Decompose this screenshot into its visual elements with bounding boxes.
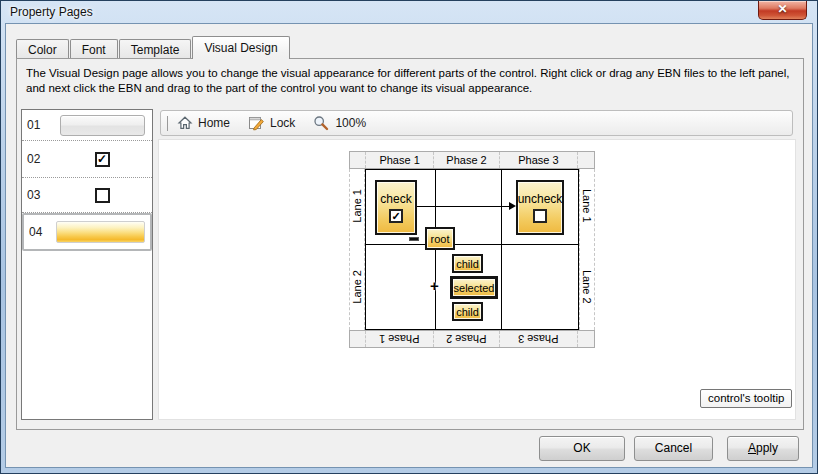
toolbar-grip	[167, 116, 168, 131]
tab-color[interactable]: Color	[16, 39, 69, 59]
lane-1-label-left[interactable]: Lane 1	[350, 169, 364, 243]
lane-2-label-left[interactable]: Lane 2	[350, 243, 364, 330]
phase-footer-bar: Phase 1 Phase 2 Phase 3	[349, 330, 595, 348]
dialog-buttons: OK Cancel Apply	[539, 436, 799, 461]
header-corner	[350, 152, 366, 168]
checked-state-icon[interactable]: ✓	[389, 209, 403, 223]
node-check[interactable]: check ✓	[375, 180, 417, 235]
collapse-icon[interactable]	[409, 237, 419, 241]
ebn-list-item-03[interactable]: 03	[22, 178, 152, 213]
lock-icon	[248, 115, 265, 131]
node-child-label: child	[456, 306, 479, 318]
lock-button[interactable]: Lock	[248, 115, 295, 131]
home-button[interactable]: Home	[177, 115, 230, 131]
right-lane-column: Lane 1 Lane 2	[579, 169, 595, 330]
header-corner	[578, 152, 594, 168]
checkbox-checked-icon[interactable]: ✓	[95, 152, 110, 167]
cancel-button[interactable]: Cancel	[634, 436, 713, 461]
close-button[interactable]: ✕	[758, 1, 807, 20]
window-title: Property Pages	[10, 5, 93, 19]
home-label: Home	[198, 116, 230, 130]
grid-line	[501, 170, 502, 329]
tab-strip: Color Font Template Visual Design	[16, 37, 291, 59]
node-selected[interactable]: selected	[450, 276, 498, 299]
tab-font[interactable]: Font	[70, 39, 118, 59]
footer-corner	[578, 331, 594, 347]
checkbox-unchecked-icon[interactable]	[95, 188, 110, 203]
dialog-content: Color Font Template Visual Design The Vi…	[5, 23, 813, 468]
property-pages-dialog: Property Pages ✕ Color Font Template Vis…	[0, 0, 818, 474]
ebn-list-item-01[interactable]: 01	[22, 110, 152, 141]
node-child-top[interactable]: child	[452, 254, 483, 273]
left-lane-column: Lane 1 Lane 2	[349, 169, 365, 330]
header-phase-3[interactable]: Phase 3	[500, 152, 578, 168]
swimlane-preview: Phase 1 Phase 2 Phase 3 Lane 1 Lane 2 La…	[349, 151, 595, 348]
item-number: 04	[29, 225, 56, 239]
unchecked-state-icon[interactable]	[533, 209, 547, 223]
page-description: The Visual Design page allows you to cha…	[26, 66, 798, 96]
node-selected-label: selected	[454, 282, 495, 294]
header-phase-1[interactable]: Phase 1	[366, 152, 434, 168]
titlebar[interactable]: Property Pages ✕	[1, 1, 817, 23]
zoom-level-label: 100%	[335, 116, 366, 130]
node-root[interactable]: root	[425, 227, 455, 250]
ok-button[interactable]: OK	[539, 436, 625, 461]
zoom-icon	[313, 115, 330, 131]
item-number: 03	[27, 188, 57, 202]
grid-line	[366, 244, 578, 245]
zoom-button[interactable]: 100%	[313, 115, 366, 131]
home-icon	[177, 115, 193, 131]
node-uncheck[interactable]: uncheck	[516, 180, 564, 235]
footer-phase-1[interactable]: Phase 1	[366, 331, 434, 347]
tab-visual-design[interactable]: Visual Design	[192, 36, 289, 59]
node-root-label: root	[431, 233, 450, 245]
link-arrow-line	[417, 206, 511, 207]
control-tooltip: control's tooltip	[700, 389, 792, 408]
tab-template[interactable]: Template	[119, 39, 192, 59]
link-arrow-head	[509, 202, 516, 210]
footer-phase-3[interactable]: Phase 3	[500, 331, 578, 347]
design-canvas[interactable]: Phase 1 Phase 2 Phase 3 Lane 1 Lane 2 La…	[158, 139, 796, 420]
footer-phase-2[interactable]: Phase 2	[434, 331, 499, 347]
node-child-label: child	[456, 258, 479, 270]
lock-label: Lock	[270, 116, 295, 130]
ebn-list-item-04-selected[interactable]: 04	[22, 213, 152, 251]
node-uncheck-label: uncheck	[518, 192, 563, 206]
item-number: 02	[27, 152, 57, 166]
close-icon: ✕	[777, 2, 787, 16]
apply-button[interactable]: Apply	[727, 436, 799, 461]
lane-2-label-right[interactable]: Lane 2	[580, 243, 594, 330]
design-area: Home Lock	[158, 109, 796, 420]
lane-1-label-right[interactable]: Lane 1	[580, 169, 594, 243]
expand-icon[interactable]: +	[430, 277, 439, 294]
ebn-preview-button[interactable]	[60, 115, 145, 136]
header-phase-2[interactable]: Phase 2	[434, 152, 499, 168]
node-check-label: check	[380, 192, 411, 206]
design-toolbar: Home Lock	[160, 110, 793, 136]
phase-header-bar: Phase 1 Phase 2 Phase 3	[349, 151, 595, 169]
ebn-list-item-02[interactable]: 02 ✓	[22, 141, 152, 178]
ebn-list-panel[interactable]: 01 02 ✓ 03 04	[21, 109, 153, 420]
footer-corner	[350, 331, 366, 347]
item-number: 01	[27, 118, 57, 132]
node-child-bottom[interactable]: child	[452, 302, 483, 321]
visual-design-page: The Visual Design page allows you to cha…	[16, 58, 804, 430]
ebn-gradient-preview[interactable]	[56, 221, 145, 243]
